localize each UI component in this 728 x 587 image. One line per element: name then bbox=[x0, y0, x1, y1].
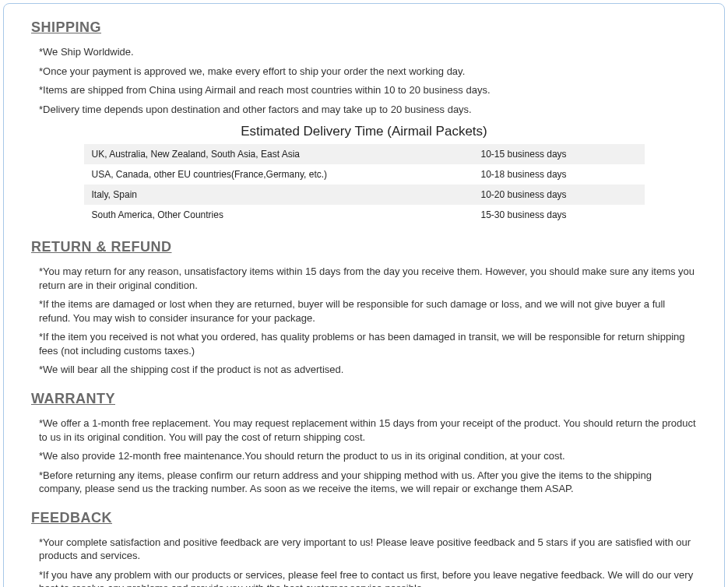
shipping-bullet: *Delivery time depends upon destination … bbox=[39, 103, 697, 117]
table-row: South America, Other Countries 15-30 bus… bbox=[84, 205, 645, 225]
return-heading: RETURN & REFUND bbox=[31, 239, 697, 255]
feedback-bullets: *Your complete satisfaction and positive… bbox=[31, 536, 697, 587]
shipping-bullet: *Once your payment is approved we, make … bbox=[39, 65, 697, 79]
table-row: UK, Australia, New Zealand, South Asia, … bbox=[84, 144, 645, 164]
warranty-bullet: *We offer a 1-month free replacement. Yo… bbox=[39, 417, 697, 444]
feedback-bullet: *If you have any problem with our produc… bbox=[39, 568, 697, 587]
time-cell: 15-30 business days bbox=[473, 205, 645, 225]
region-cell: UK, Australia, New Zealand, South Asia, … bbox=[84, 144, 473, 164]
return-bullet: *We will bear all the shipping cost if t… bbox=[39, 363, 697, 377]
delivery-table-title: Estimated Delivery Time (Airmail Packets… bbox=[31, 124, 697, 139]
shipping-heading: SHIPPING bbox=[31, 19, 697, 36]
warranty-bullets: *We offer a 1-month free replacement. Yo… bbox=[31, 417, 697, 496]
region-cell: USA, Canada, other EU countries(France,G… bbox=[84, 164, 473, 185]
warranty-bullet: *We also provide 12-month free maintenan… bbox=[39, 449, 697, 463]
warranty-heading: WARRANTY bbox=[31, 391, 697, 407]
return-bullet: *If the item you received is not what yo… bbox=[39, 330, 697, 357]
return-bullet: *You may return for any reason, unsatisf… bbox=[39, 265, 697, 292]
return-bullets: *You may return for any reason, unsatisf… bbox=[31, 265, 697, 377]
policy-container: SHIPPING *We Ship Worldwide. *Once your … bbox=[3, 3, 725, 587]
region-cell: Italy, Spain bbox=[84, 185, 473, 205]
return-bullet: *If the items are damaged or lost when t… bbox=[39, 297, 697, 325]
feedback-heading: FEEDBACK bbox=[31, 510, 697, 526]
region-cell: South America, Other Countries bbox=[84, 205, 473, 225]
table-row: USA, Canada, other EU countries(France,G… bbox=[84, 164, 645, 185]
time-cell: 10-15 business days bbox=[473, 144, 645, 164]
feedback-bullet: *Your complete satisfaction and positive… bbox=[39, 536, 697, 563]
time-cell: 10-18 business days bbox=[473, 164, 645, 185]
warranty-bullet: *Before returning any items, please conf… bbox=[39, 469, 697, 496]
delivery-table: UK, Australia, New Zealand, South Asia, … bbox=[84, 144, 645, 225]
shipping-bullets: *We Ship Worldwide. *Once your payment i… bbox=[31, 45, 697, 116]
table-row: Italy, Spain 10-20 business days bbox=[84, 185, 645, 205]
time-cell: 10-20 business days bbox=[473, 185, 645, 205]
shipping-bullet: *Items are shipped from China using Airm… bbox=[39, 83, 697, 97]
shipping-bullet: *We Ship Worldwide. bbox=[39, 45, 697, 59]
